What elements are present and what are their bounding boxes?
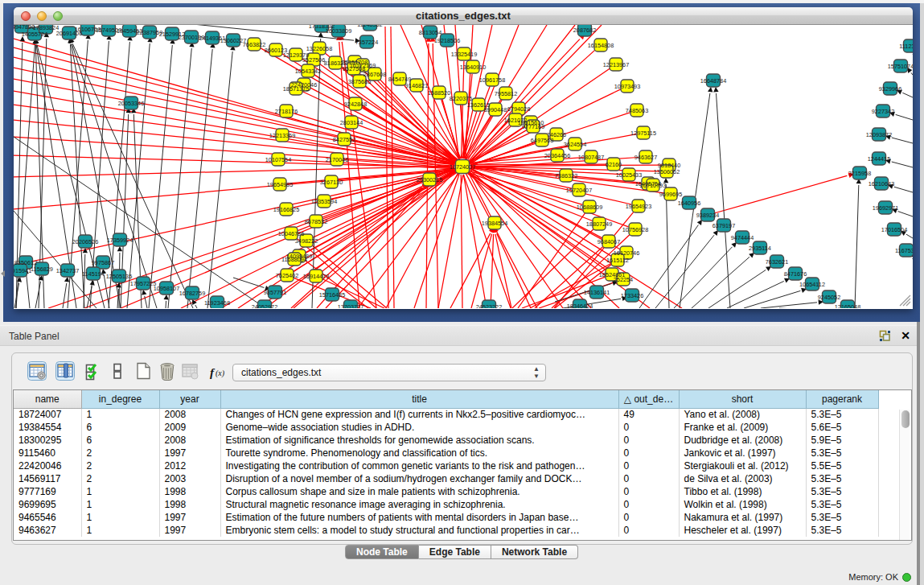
svg-text:7625402: 7625402 bbox=[276, 272, 298, 279]
svg-text:13226058: 13226058 bbox=[306, 45, 332, 52]
svg-text:9474444: 9474444 bbox=[731, 234, 754, 241]
svg-text:16648784: 16648784 bbox=[700, 77, 726, 84]
svg-text:12353594: 12353594 bbox=[311, 198, 337, 205]
svg-text:24523222: 24523222 bbox=[476, 303, 502, 309]
svg-text:13703737: 13703737 bbox=[338, 303, 363, 309]
svg-text:6379197: 6379197 bbox=[713, 222, 735, 229]
svg-text:10688609: 10688609 bbox=[577, 204, 602, 211]
svg-text:11148352: 11148352 bbox=[357, 25, 382, 28]
svg-text:1733426: 1733426 bbox=[621, 292, 643, 299]
svg-text:1145194: 1145194 bbox=[82, 270, 105, 278]
svg-text:1615112: 1615112 bbox=[606, 257, 629, 264]
svg-text:12213369: 12213369 bbox=[269, 132, 295, 139]
svg-text:16154808: 16154808 bbox=[588, 42, 614, 49]
svg-text:8471676: 8471676 bbox=[784, 270, 807, 278]
svg-text:10025433: 10025433 bbox=[616, 171, 642, 179]
svg-text:3624554: 3624554 bbox=[564, 141, 586, 148]
svg-text:13325419: 13325419 bbox=[451, 51, 477, 58]
svg-text:7663822: 7663822 bbox=[243, 41, 265, 48]
svg-text:16210643: 16210643 bbox=[869, 180, 894, 187]
svg-text:8813054: 8813054 bbox=[419, 29, 441, 36]
svg-text:9527508: 9527508 bbox=[343, 65, 365, 72]
svg-text:9699695: 9699695 bbox=[659, 191, 682, 198]
svg-text:24052972: 24052972 bbox=[252, 303, 277, 309]
svg-text:62160: 62160 bbox=[606, 161, 622, 168]
svg-text:10807487: 10807487 bbox=[578, 154, 604, 161]
svg-text:10654112: 10654112 bbox=[799, 281, 825, 288]
svg-text:19692971: 19692971 bbox=[873, 204, 898, 212]
svg-text:2867608: 2867608 bbox=[363, 71, 386, 78]
svg-text:6794028: 6794028 bbox=[507, 105, 530, 113]
svg-text:9329966: 9329966 bbox=[879, 85, 901, 93]
svg-text:3498222: 3498222 bbox=[295, 237, 318, 245]
svg-text:19384554: 19384554 bbox=[482, 220, 507, 227]
svg-text:19654923: 19654923 bbox=[626, 203, 651, 210]
svg-text:15716485: 15716485 bbox=[319, 291, 345, 299]
svg-text:18346424: 18346424 bbox=[567, 303, 593, 309]
svg-text:18807249: 18807249 bbox=[586, 220, 612, 228]
svg-text:7386322: 7386322 bbox=[555, 172, 577, 179]
svg-text:16914479: 16914479 bbox=[303, 273, 329, 280]
svg-text:10958107: 10958107 bbox=[154, 285, 179, 292]
svg-text:15751074: 15751074 bbox=[888, 63, 913, 70]
svg-text:2170046: 2170046 bbox=[326, 156, 348, 163]
svg-text:9389234: 9389234 bbox=[696, 212, 719, 219]
svg-text:17359924: 17359924 bbox=[107, 237, 133, 244]
svg-text:25300215: 25300215 bbox=[417, 176, 442, 183]
svg-text:9242848: 9242848 bbox=[344, 101, 367, 108]
svg-text:1156829: 1156829 bbox=[31, 266, 53, 273]
svg-text:16782759: 16782759 bbox=[179, 290, 205, 297]
svg-text:19218506: 19218506 bbox=[434, 37, 460, 44]
svg-text:9684067: 9684067 bbox=[598, 238, 620, 245]
svg-text:15720407: 15720407 bbox=[566, 187, 592, 194]
svg-text:9857791: 9857791 bbox=[264, 289, 286, 296]
svg-text:17957225: 17957225 bbox=[130, 280, 156, 287]
svg-text:3215958: 3215958 bbox=[848, 170, 871, 177]
svg-text:19654985: 19654985 bbox=[267, 181, 293, 188]
svg-text:12093872: 12093872 bbox=[866, 131, 892, 138]
svg-text:9463627: 9463627 bbox=[634, 154, 657, 161]
svg-text:12213967: 12213967 bbox=[603, 61, 629, 68]
svg-text:17016504: 17016504 bbox=[881, 226, 907, 233]
svg-text:20364456: 20364456 bbox=[544, 152, 570, 159]
svg-text:17893824: 17893824 bbox=[33, 25, 59, 31]
svg-text:2803144: 2803144 bbox=[340, 119, 363, 126]
svg-text:3875685: 3875685 bbox=[348, 78, 371, 85]
svg-text:13640910: 13640910 bbox=[460, 64, 486, 71]
svg-text:1112345: 1112345 bbox=[899, 43, 913, 50]
svg-text:10973493: 10973493 bbox=[614, 83, 640, 90]
svg-text:2935114: 2935114 bbox=[749, 245, 771, 252]
svg-text:9146821: 9146821 bbox=[405, 82, 428, 89]
svg-text:7955812: 7955812 bbox=[495, 90, 517, 97]
svg-text:9527506: 9527506 bbox=[302, 56, 325, 64]
svg-text:1167533: 1167533 bbox=[895, 247, 913, 254]
svg-text:12505135: 12505135 bbox=[106, 273, 132, 280]
svg-text:19166825: 19166825 bbox=[273, 206, 299, 213]
svg-text:16120746: 16120746 bbox=[614, 249, 639, 257]
svg-text:8427552: 8427552 bbox=[333, 136, 355, 143]
svg-text:3915941: 3915941 bbox=[14, 267, 31, 274]
svg-text:18724007: 18724007 bbox=[450, 163, 475, 171]
svg-text:9227342: 9227342 bbox=[872, 108, 894, 115]
svg-text:6497568: 6497568 bbox=[531, 137, 553, 144]
svg-text:14136141: 14136141 bbox=[584, 289, 610, 296]
svg-text:1588520: 1588520 bbox=[428, 89, 450, 97]
svg-text:10543342: 10543342 bbox=[295, 68, 321, 75]
svg-text:12165048: 12165048 bbox=[835, 303, 860, 309]
svg-text:1640956: 1640956 bbox=[678, 200, 700, 207]
svg-text:7357224: 7357224 bbox=[355, 39, 378, 46]
svg-text:11688094: 11688094 bbox=[281, 256, 307, 263]
svg-text:9975867: 9975867 bbox=[92, 259, 114, 266]
svg-text:252254: 252254 bbox=[614, 276, 633, 283]
svg-text:1342737: 1342737 bbox=[56, 267, 79, 274]
svg-text:(x): (x) bbox=[216, 369, 225, 378]
svg-text:8990448: 8990448 bbox=[484, 106, 507, 113]
svg-text:20206526: 20206526 bbox=[72, 238, 98, 245]
svg-text:7485063: 7485063 bbox=[626, 107, 648, 114]
svg-text:10756928: 10756928 bbox=[622, 226, 648, 233]
svg-text:10961758: 10961758 bbox=[479, 76, 505, 84]
svg-text:10107554: 10107554 bbox=[265, 156, 291, 163]
svg-text:14055724: 14055724 bbox=[22, 31, 47, 38]
svg-text:18571375: 18571375 bbox=[283, 85, 309, 93]
svg-text:20710793: 20710793 bbox=[640, 182, 666, 189]
